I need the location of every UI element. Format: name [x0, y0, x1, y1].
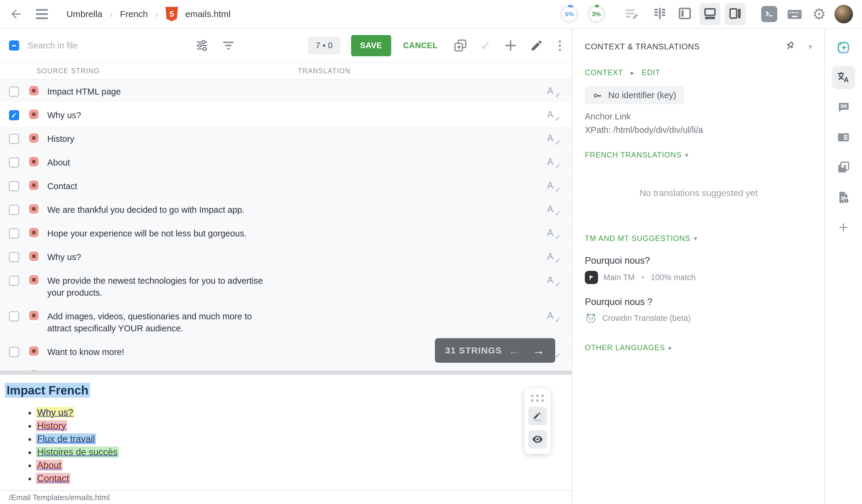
spellcheck-icon[interactable]: A✓ — [547, 275, 560, 286]
view-bottom-panel-icon[interactable] — [700, 3, 720, 25]
other-languages-header[interactable]: OTHER LANGUAGES ▸ — [585, 343, 812, 352]
spellcheck-icon[interactable]: A✓ — [547, 133, 560, 144]
tm-suggestion[interactable]: Pourquoi nous? Main TM • 100% match — [585, 255, 812, 284]
terminal-icon[interactable] — [761, 6, 777, 22]
table-row[interactable]: Hope your experience will be not less bu… — [0, 222, 572, 245]
table-row[interactable]: Why us? A✓ — [0, 103, 572, 127]
row-checkbox[interactable] — [9, 157, 19, 168]
more-options-icon[interactable] — [557, 39, 563, 53]
edit-list-icon[interactable] — [624, 6, 639, 22]
add-string-icon[interactable] — [504, 39, 518, 52]
comments-tab-icon[interactable] — [832, 96, 855, 119]
spellcheck-icon[interactable]: A✓ — [547, 227, 560, 238]
breadcrumb-language[interactable]: French — [120, 9, 148, 19]
french-translations-header[interactable]: FRENCH TRANSLATIONS ▾ — [585, 150, 812, 159]
advanced-filter-icon[interactable] — [195, 39, 209, 52]
row-source-text[interactable]: Why us? — [47, 251, 81, 263]
tab-context[interactable]: CONTEXT — [585, 68, 623, 77]
table-row[interactable]: We provide the newest technologies for y… — [0, 269, 572, 304]
row-checkbox[interactable] — [9, 181, 19, 191]
preview-title[interactable]: Impact French — [5, 383, 90, 398]
mt-suggestion[interactable]: Pourquoi nous ? Crowdin Translate (beta) — [585, 296, 812, 324]
translations-tab-icon[interactable]: A — [832, 66, 855, 89]
spellcheck-icon[interactable]: A✓ — [547, 251, 560, 262]
menu-icon[interactable] — [36, 9, 48, 19]
collapse-panel-icon[interactable]: ▾ — [808, 42, 812, 52]
row-checkbox[interactable] — [9, 311, 19, 321]
row-checkbox[interactable] — [9, 228, 19, 239]
row-checkbox[interactable] — [9, 134, 19, 144]
row-source-text[interactable]: Add images, videos, questionaries and mu… — [47, 310, 278, 334]
view-table-icon[interactable] — [649, 3, 670, 25]
spellcheck-icon[interactable]: A✓ — [547, 370, 560, 371]
row-checkbox[interactable] — [9, 87, 19, 97]
preview-link[interactable]: Histoires de succès — [36, 447, 119, 457]
spellcheck-icon[interactable]: A✓ — [547, 310, 560, 321]
terms-tab-icon[interactable] — [832, 126, 855, 149]
select-all-checkbox[interactable] — [9, 40, 19, 51]
table-row[interactable]: Contact A✓ — [0, 174, 572, 198]
preview-edit-button[interactable] — [528, 407, 547, 425]
search-input[interactable] — [27, 41, 159, 51]
pin-icon[interactable] — [784, 41, 795, 53]
edit-pencil-icon[interactable] — [530, 39, 543, 52]
view-right-panel-icon[interactable] — [724, 3, 746, 25]
row-source-text[interactable]: History — [47, 133, 74, 145]
row-checkbox[interactable] — [9, 110, 19, 120]
copy-source-icon[interactable] — [453, 38, 468, 53]
row-checkbox[interactable] — [9, 205, 19, 215]
row-source-text[interactable]: About — [47, 157, 70, 169]
row-source-text[interactable]: Want to know more! — [47, 346, 124, 358]
add-panel-icon[interactable]: + — [832, 215, 855, 239]
preview-link[interactable]: About — [36, 460, 63, 471]
preview-visibility-button[interactable] — [528, 430, 547, 449]
spellcheck-icon[interactable]: A✓ — [547, 180, 560, 191]
preview-link[interactable]: Why us? — [36, 407, 75, 418]
tab-edit[interactable]: EDIT — [642, 68, 660, 77]
row-checkbox[interactable] — [9, 252, 19, 262]
spellcheck-icon[interactable]: A✓ — [547, 109, 560, 120]
table-row[interactable]: We are thankful you decided to go with I… — [0, 198, 572, 222]
table-row[interactable]: Add images, videos, questionaries and mu… — [0, 304, 572, 340]
preview-link[interactable]: Contact — [36, 473, 70, 484]
row-source-text[interactable]: We are thankful you decided to go with I… — [47, 204, 245, 216]
table-row[interactable]: Why us? A✓ — [0, 245, 572, 269]
tm-suggestions-header[interactable]: TM AND MT SUGGESTIONS ▾ — [585, 234, 812, 243]
row-source-text[interactable]: We provide the newest technologies for y… — [47, 275, 278, 299]
filter-icon[interactable] — [222, 39, 235, 52]
keyboard-icon[interactable] — [786, 6, 803, 23]
row-source-text[interactable]: Impact HTML page — [47, 85, 121, 97]
save-button[interactable]: SAVE — [351, 35, 391, 56]
spellcheck-icon[interactable]: A✓ — [547, 204, 560, 215]
approval-progress-ring[interactable]: 3% — [586, 4, 607, 25]
breadcrumb-project[interactable]: Umbrella — [66, 9, 102, 19]
panel-splitter[interactable] — [0, 371, 572, 375]
table-row[interactable]: » A✓ — [0, 363, 572, 371]
prev-page-icon[interactable]: ← — [508, 344, 521, 357]
next-page-icon[interactable]: → — [533, 344, 545, 357]
back-icon[interactable] — [9, 7, 23, 21]
preview-link[interactable]: Flux de travail — [36, 433, 96, 445]
table-row[interactable]: About A✓ — [0, 150, 572, 174]
view-split-icon[interactable] — [674, 3, 695, 25]
row-source-text[interactable]: Contact — [47, 180, 77, 192]
row-checkbox[interactable] — [9, 276, 19, 286]
cancel-button[interactable]: CANCEL — [403, 41, 438, 50]
spellcheck-icon[interactable]: A✓ — [547, 157, 560, 167]
spellcheck-icon[interactable]: A✓ — [547, 85, 560, 96]
settings-gear-icon[interactable]: ⚙ — [812, 6, 826, 22]
avatar[interactable] — [835, 5, 853, 23]
row-checkbox[interactable] — [9, 347, 19, 357]
drag-handle-icon[interactable] — [531, 395, 544, 402]
preview-link[interactable]: History — [36, 420, 67, 431]
translation-progress-ring[interactable]: 5% — [559, 4, 580, 25]
row-source-text[interactable]: Why us? — [47, 109, 81, 121]
table-row[interactable]: History A✓ — [0, 127, 572, 150]
row-source-text[interactable]: Hope your experience will be not less bu… — [47, 227, 247, 239]
glossary-tab-icon[interactable] — [832, 156, 855, 179]
table-row[interactable]: Impact HTML page A✓ — [0, 80, 572, 103]
file-info-tab-icon[interactable] — [832, 186, 855, 209]
ai-assistant-icon[interactable] — [832, 36, 855, 59]
breadcrumb-file[interactable]: emails.html — [185, 9, 231, 19]
row-source-text[interactable]: » — [47, 370, 52, 371]
